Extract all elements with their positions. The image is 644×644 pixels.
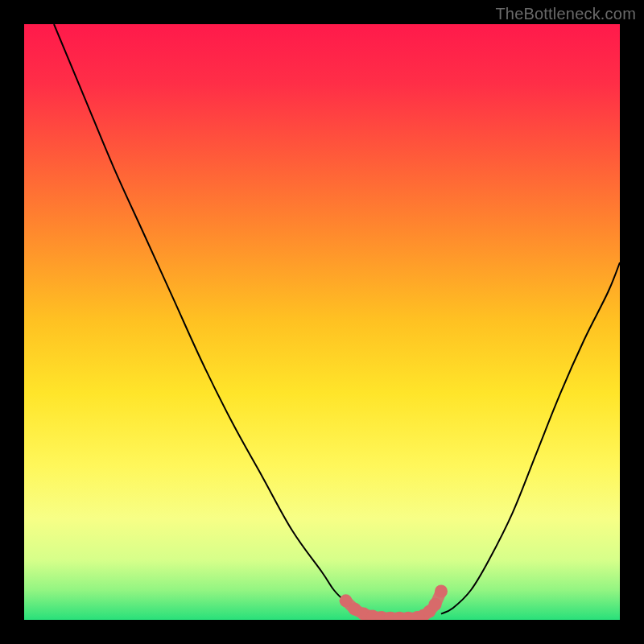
plot-area <box>24 24 620 620</box>
chart-frame: TheBottleneck.com <box>0 0 644 644</box>
marker-dot <box>429 598 442 611</box>
marker-dot <box>435 584 448 597</box>
chart-svg <box>24 24 620 620</box>
watermark-text: TheBottleneck.com <box>495 5 636 23</box>
gradient-background <box>24 24 620 620</box>
